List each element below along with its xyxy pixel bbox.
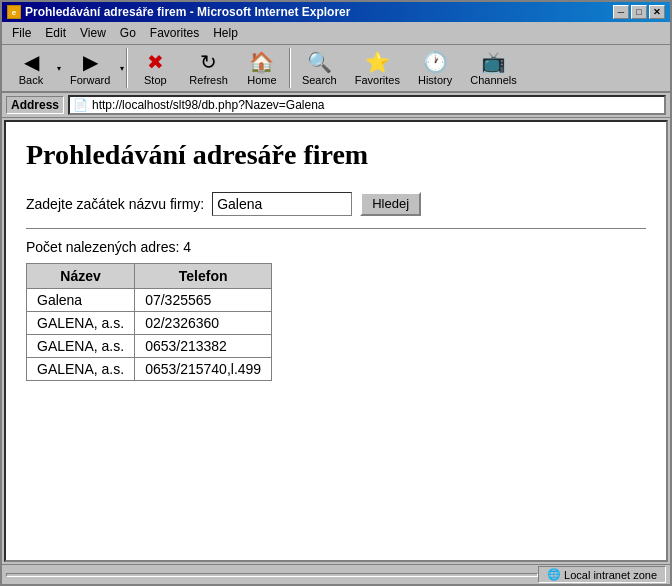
search-submit-button[interactable]: Hledej <box>360 192 421 216</box>
results-table: Název Telefon Galena07/325565GALENA, a.s… <box>26 263 272 381</box>
favorites-button[interactable]: ⭐ Favorites <box>346 47 409 89</box>
cell-telefon: 07/325565 <box>135 288 272 311</box>
title-bar-left: e Prohledávání adresáře firem - Microsof… <box>7 5 350 19</box>
menu-favorites[interactable]: Favorites <box>144 24 205 42</box>
cell-nazev: GALENA, a.s. <box>27 357 135 380</box>
close-button[interactable]: ✕ <box>649 5 665 19</box>
home-button[interactable]: 🏠 Home <box>237 47 287 89</box>
page-title: Prohledávání adresáře firem <box>26 138 646 172</box>
table-header-row: Název Telefon <box>27 263 272 288</box>
history-button[interactable]: 🕐 History <box>409 47 461 89</box>
menu-view[interactable]: View <box>74 24 112 42</box>
table-row: GALENA, a.s.02/2326360 <box>27 311 272 334</box>
forward-icon: ▶ <box>83 50 98 74</box>
status-zone: 🌐 Local intranet zone <box>538 566 666 583</box>
window-title: Prohledávání adresáře firem - Microsoft … <box>25 5 350 19</box>
back-label: Back <box>19 74 43 86</box>
table-row: Galena07/325565 <box>27 288 272 311</box>
address-url: http://localhost/slt98/db.php?Nazev=Gale… <box>92 98 325 112</box>
refresh-label: Refresh <box>189 74 228 86</box>
history-icon: 🕐 <box>423 50 448 74</box>
favorites-label: Favorites <box>355 74 400 86</box>
table-row: GALENA, a.s.0653/215740,l.499 <box>27 357 272 380</box>
history-label: History <box>418 74 452 86</box>
content-inner: Prohledávání adresáře firem Zadejte začá… <box>6 122 666 397</box>
forward-label: Forward <box>70 74 110 86</box>
separator-1 <box>126 48 128 88</box>
menu-help[interactable]: Help <box>207 24 244 42</box>
content-area: Prohledávání adresáře firem Zadejte začá… <box>4 120 668 562</box>
title-bar: e Prohledávání adresáře firem - Microsof… <box>2 2 670 22</box>
refresh-icon: ↻ <box>200 50 217 74</box>
favorites-icon: ⭐ <box>365 50 390 74</box>
browser-window: e Prohledávání adresáře firem - Microsof… <box>0 0 672 586</box>
stop-button[interactable]: ✖ Stop <box>130 47 180 89</box>
back-button[interactable]: ◀ Back <box>6 47 56 89</box>
table-body: Galena07/325565GALENA, a.s.02/2326360GAL… <box>27 288 272 380</box>
cell-nazev: GALENA, a.s. <box>27 334 135 357</box>
col-telefon: Telefon <box>135 263 272 288</box>
menu-edit[interactable]: Edit <box>39 24 72 42</box>
stop-icon: ✖ <box>147 50 164 74</box>
table-row: GALENA, a.s.0653/213382 <box>27 334 272 357</box>
col-nazev: Název <box>27 263 135 288</box>
search-input[interactable] <box>212 192 352 216</box>
back-icon: ◀ <box>24 50 39 74</box>
forward-button[interactable]: ▶ Forward <box>61 47 119 89</box>
address-bar: Address 📄 http://localhost/slt98/db.php?… <box>2 93 670 118</box>
channels-label: Channels <box>470 74 516 86</box>
address-input-container[interactable]: 📄 http://localhost/slt98/db.php?Nazev=Ga… <box>68 95 666 115</box>
cell-nazev: GALENA, a.s. <box>27 311 135 334</box>
status-bar: 🌐 Local intranet zone <box>2 564 670 584</box>
refresh-button[interactable]: ↻ Refresh <box>180 47 237 89</box>
search-form: Zadejte začátek názvu firmy: Hledej <box>26 192 646 216</box>
zone-label: Local intranet zone <box>564 569 657 581</box>
search-label: Search <box>302 74 337 86</box>
zone-icon: 🌐 <box>547 568 561 581</box>
cell-telefon: 0653/215740,l.499 <box>135 357 272 380</box>
stop-label: Stop <box>144 74 167 86</box>
forward-group: ▶ Forward ▾ <box>61 47 124 89</box>
ie-icon: e <box>7 5 21 19</box>
result-count: Počet nalezených adres: 4 <box>26 239 646 255</box>
minimize-button[interactable]: ─ <box>613 5 629 19</box>
page-icon: 📄 <box>73 98 88 112</box>
home-label: Home <box>247 74 276 86</box>
table-header: Název Telefon <box>27 263 272 288</box>
address-label: Address <box>6 96 64 114</box>
cell-nazev: Galena <box>27 288 135 311</box>
menu-bar: File Edit View Go Favorites Help <box>2 22 670 45</box>
search-button[interactable]: 🔍 Search <box>293 47 346 89</box>
forward-dropdown[interactable]: ▾ <box>120 64 124 73</box>
toolbar: ◀ Back ▾ ▶ Forward ▾ ✖ Stop ↻ Refresh 🏠 … <box>2 45 670 93</box>
search-icon: 🔍 <box>307 50 332 74</box>
cell-telefon: 0653/213382 <box>135 334 272 357</box>
title-bar-controls: ─ □ ✕ <box>613 5 665 19</box>
back-group: ◀ Back ▾ <box>6 47 61 89</box>
divider <box>26 228 646 229</box>
menu-file[interactable]: File <box>6 24 37 42</box>
channels-icon: 📺 <box>481 50 506 74</box>
menu-go[interactable]: Go <box>114 24 142 42</box>
channels-button[interactable]: 📺 Channels <box>461 47 525 89</box>
maximize-button[interactable]: □ <box>631 5 647 19</box>
cell-telefon: 02/2326360 <box>135 311 272 334</box>
status-text <box>6 573 538 577</box>
search-form-label: Zadejte začátek názvu firmy: <box>26 196 204 212</box>
separator-2 <box>289 48 291 88</box>
home-icon: 🏠 <box>249 50 274 74</box>
